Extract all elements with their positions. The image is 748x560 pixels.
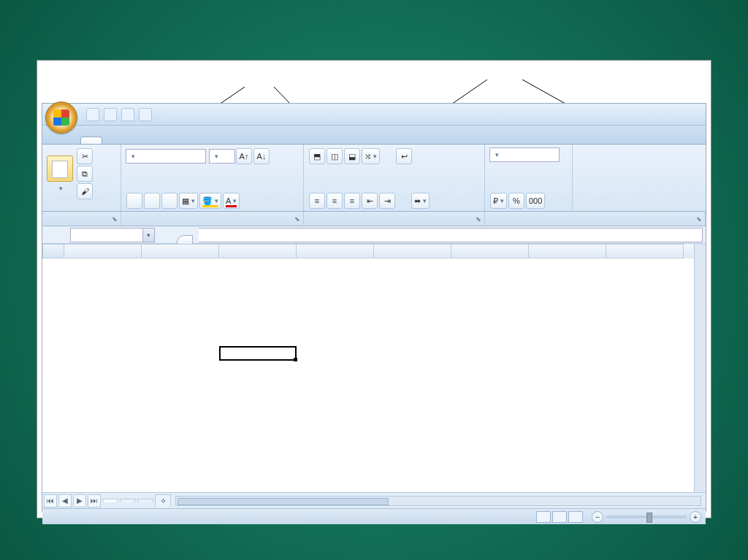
page-layout-view-icon[interactable] <box>552 511 567 523</box>
merge-center-icon[interactable]: ⬌ <box>411 193 430 209</box>
excel-window: ✂ ⧉ 🖌 A↑ A↓ ▦ 🪣 <box>42 103 706 512</box>
bold-button[interactable] <box>126 193 142 209</box>
comma-icon[interactable]: 000 <box>526 193 545 209</box>
group-labels <box>42 212 706 226</box>
normal-view-icon[interactable] <box>536 511 551 523</box>
fill-color-icon[interactable]: 🪣 <box>199 193 221 209</box>
col-header[interactable] <box>529 244 606 258</box>
zoom-out-icon[interactable]: − <box>592 511 603 523</box>
next-sheet-icon[interactable]: ▶ <box>73 494 86 507</box>
office-button[interactable] <box>45 101 77 134</box>
status-bar: − + <box>42 508 706 524</box>
format-painter-icon[interactable]: 🖌 <box>77 183 93 199</box>
align-center-icon[interactable]: ≡ <box>327 193 343 209</box>
col-header[interactable] <box>451 244 529 258</box>
font-color-icon[interactable]: A <box>223 193 240 209</box>
italic-button[interactable] <box>144 193 160 209</box>
number-format-combo[interactable] <box>489 147 560 162</box>
tab-formulas[interactable] <box>150 137 172 144</box>
underline-button[interactable] <box>161 193 178 209</box>
name-box[interactable] <box>70 228 143 242</box>
borders-icon[interactable]: ▦ <box>179 193 198 209</box>
group-label-number <box>485 212 706 226</box>
percent-icon[interactable]: % <box>508 193 524 209</box>
group-font: A↑ A↓ ▦ 🪣 A <box>121 145 304 211</box>
font-name-combo[interactable] <box>126 149 206 164</box>
ribbon: ✂ ⧉ 🖌 A↑ A↓ ▦ 🪣 <box>42 145 706 212</box>
horizontal-scrollbar[interactable] <box>175 496 701 506</box>
save-icon[interactable] <box>86 108 99 121</box>
align-bottom-icon[interactable]: ⬓ <box>344 148 360 164</box>
paste-icon[interactable] <box>47 156 73 182</box>
decrease-indent-icon[interactable]: ⇤ <box>362 193 378 209</box>
tab-page-layout[interactable] <box>127 137 149 144</box>
increase-font-icon[interactable]: A↑ <box>236 148 252 164</box>
tab-home[interactable] <box>80 137 102 144</box>
zoom-in-icon[interactable]: + <box>690 511 701 523</box>
redo-icon[interactable] <box>121 108 134 121</box>
col-header[interactable] <box>219 244 297 258</box>
tab-insert[interactable] <box>104 137 126 144</box>
qat-more-icon[interactable] <box>139 108 152 121</box>
active-cell-outline <box>219 346 297 361</box>
undo-icon[interactable] <box>104 108 117 121</box>
ribbon-tabs <box>42 126 706 145</box>
align-left-icon[interactable]: ≡ <box>309 193 325 209</box>
paste-button[interactable] <box>57 183 63 192</box>
tab-review[interactable] <box>197 137 219 144</box>
cut-icon[interactable]: ✂ <box>77 148 93 164</box>
col-header[interactable] <box>64 244 142 258</box>
align-right-icon[interactable]: ≡ <box>344 193 360 209</box>
copy-icon[interactable]: ⧉ <box>77 166 93 182</box>
prev-sheet-icon[interactable]: ◀ <box>58 494 72 507</box>
title-bar <box>42 104 706 126</box>
decrease-font-icon[interactable]: A↓ <box>253 148 270 164</box>
vertical-scrollbar[interactable] <box>694 244 706 492</box>
group-label-font <box>121 212 304 226</box>
align-top-icon[interactable]: ⬒ <box>309 148 325 164</box>
new-sheet-icon[interactable]: ✧ <box>155 494 171 507</box>
font-size-combo[interactable] <box>209 149 235 164</box>
group-alignment: ⬒ ◫ ⬓ ⤭ ↩ ≡ ≡ ≡ ⇤ ⇥ ⬌ <box>304 145 485 211</box>
sheet-tab[interactable] <box>102 499 118 502</box>
sheet-tab[interactable] <box>137 499 153 502</box>
group-number: ₽ % 000 <box>485 145 573 211</box>
name-box-dropdown-icon[interactable]: ▾ <box>143 228 155 242</box>
col-header[interactable] <box>374 244 451 258</box>
increase-indent-icon[interactable]: ⇥ <box>379 193 395 209</box>
sheet-tab[interactable] <box>120 499 136 502</box>
col-header[interactable] <box>606 244 684 258</box>
align-middle-icon[interactable]: ◫ <box>327 148 343 164</box>
grid-area <box>42 244 706 492</box>
zoom-slider[interactable] <box>606 515 687 518</box>
sheet-tab-bar: ⏮ ◀ ▶ ⏭ ✧ <box>42 492 706 508</box>
group-label-clipboard <box>42 212 121 226</box>
tab-data[interactable] <box>174 137 196 144</box>
currency-icon[interactable]: ₽ <box>490 193 507 209</box>
group-label-alignment <box>304 212 485 226</box>
quick-access-toolbar <box>86 108 152 121</box>
group-clipboard: ✂ ⧉ 🖌 <box>42 145 121 211</box>
formula-input[interactable] <box>199 228 703 242</box>
last-sheet-icon[interactable]: ⏭ <box>88 494 101 507</box>
orientation-icon[interactable]: ⤭ <box>362 148 380 164</box>
column-headers <box>42 244 706 258</box>
page-break-view-icon[interactable] <box>568 511 583 523</box>
frame: ✂ ⧉ 🖌 A↑ A↓ ▦ 🪣 <box>37 60 711 518</box>
col-header[interactable] <box>142 244 219 258</box>
col-header[interactable] <box>297 244 374 258</box>
slide-title <box>0 0 748 20</box>
formula-bar-row: ▾ <box>42 226 706 244</box>
select-all-corner[interactable] <box>42 244 64 258</box>
first-sheet-icon[interactable]: ⏮ <box>44 494 57 507</box>
wrap-text-icon[interactable]: ↩ <box>396 148 412 164</box>
